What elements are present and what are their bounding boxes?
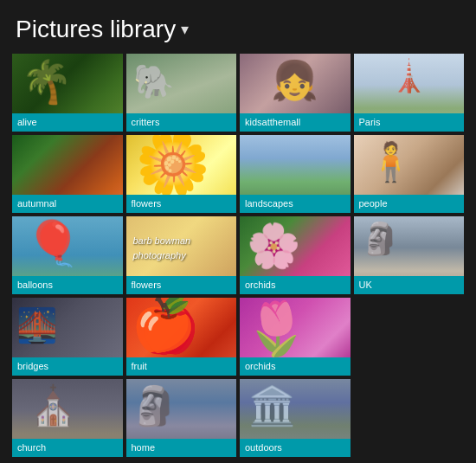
people-icon: 🧍 — [367, 139, 415, 184]
tile-home-label: home — [126, 439, 237, 457]
fruit-icon: 🍎 — [131, 298, 197, 356]
tile-alive[interactable]: alive — [12, 54, 123, 132]
tile-flowers[interactable]: 🌼 flowers — [126, 135, 237, 213]
tile-people[interactable]: 🧍 people — [354, 135, 465, 213]
flowers-icon: 🌼 — [135, 135, 210, 199]
tile-people-label: people — [354, 195, 465, 213]
home-stonehenge-icon: 🗿 — [131, 383, 178, 428]
tile-outdoors-label: outdoors — [240, 439, 351, 457]
tile-autumnal[interactable]: autumnal — [12, 135, 123, 213]
tile-outdoors[interactable]: 🏛️ outdoors — [240, 379, 351, 457]
outdoors-icon: 🏛️ — [248, 383, 296, 428]
tile-uk-label: UK — [354, 276, 465, 294]
tile-flowers2-label: flowers — [126, 276, 237, 294]
page-header: Pictures library ▾ — [0, 0, 476, 54]
tile-alive-label: alive — [12, 113, 123, 132]
tile-landscapes[interactable]: landscapes — [240, 135, 351, 213]
balloon-icon: 🎈 — [25, 218, 79, 268]
page-title: Pictures library — [16, 16, 176, 43]
orchids2-icon: 🌷 — [244, 298, 309, 359]
tile-orchids2[interactable]: 🌷 orchids — [240, 298, 351, 376]
kids-icon: 👧 — [271, 58, 318, 103]
tile-landscapes-label: landscapes — [240, 195, 351, 213]
dropdown-chevron[interactable]: ▾ — [181, 20, 189, 39]
tile-balloons[interactable]: 🎈 balloons — [12, 216, 123, 294]
tile-critters-label: critters — [126, 113, 237, 132]
tile-orchids[interactable]: 🌸 orchids — [240, 216, 351, 294]
tile-home[interactable]: 🗿 home — [126, 379, 237, 457]
tile-flowers2[interactable]: barb bowmanphotography flowers — [126, 216, 237, 294]
tile-orchids-label: orchids — [240, 276, 351, 294]
tile-church[interactable]: ⛪ church — [12, 379, 123, 457]
tile-fruit-label: fruit — [126, 357, 237, 376]
tile-fruit[interactable]: 🍎 fruit — [126, 298, 237, 376]
orchids-icon: 🌸 — [247, 221, 300, 271]
tile-bridges-label: bridges — [12, 357, 123, 376]
tile-church-label: church — [12, 439, 123, 457]
photo-grid: alive 🐘 critters 👧 kidsatthemall 🗼 Paris… — [0, 54, 476, 463]
photo-credit-text: barb bowmanphotography — [133, 234, 191, 262]
tile-uk[interactable]: 🗿 UK — [354, 216, 465, 294]
critters-icon: 🐘 — [133, 62, 174, 100]
tile-balloons-label: balloons — [12, 276, 123, 294]
church-icon: ⛪ — [29, 383, 77, 428]
tile-kidsatthemall[interactable]: 👧 kidsatthemall — [240, 54, 351, 132]
tile-paris-label: Paris — [354, 113, 465, 132]
paris-icon: 🗼 — [389, 58, 428, 94]
tile-orchids2-label: orchids — [240, 357, 351, 376]
tile-bridges[interactable]: 🌉 bridges — [12, 298, 123, 376]
uk-icon: 🗿 — [361, 221, 400, 257]
tile-autumnal-label: autumnal — [12, 195, 123, 213]
tile-kidsatthemall-label: kidsatthemall — [240, 113, 351, 132]
tile-paris[interactable]: 🗼 Paris — [354, 54, 465, 132]
tile-flowers-label: flowers — [126, 195, 237, 213]
bridges-icon: 🌉 — [16, 306, 57, 344]
tile-critters[interactable]: 🐘 critters — [126, 54, 237, 132]
